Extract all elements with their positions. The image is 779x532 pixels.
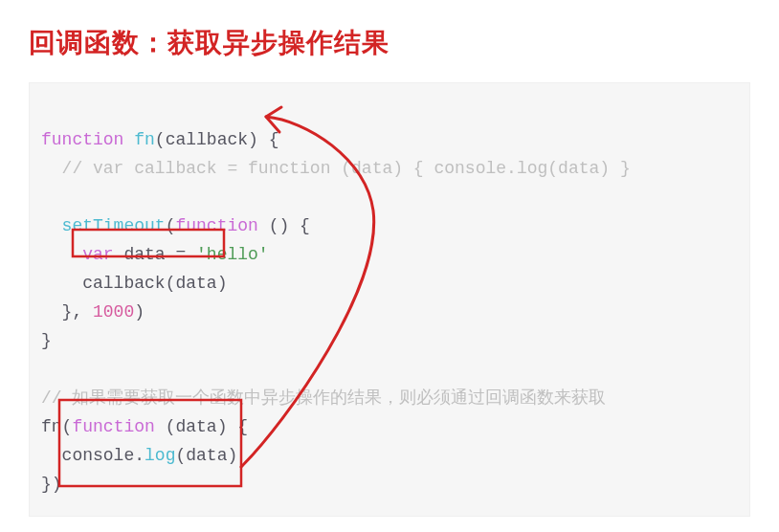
param-callback: callback [166, 130, 248, 149]
punct: ) { [248, 130, 278, 149]
punct: ( [155, 130, 166, 149]
comment: // var callback = function (data) { cons… [41, 159, 631, 178]
settimeout: setTimeout [62, 216, 166, 235]
code-line: var data = 'hello' [41, 245, 269, 264]
callback-call: callback [82, 274, 165, 293]
code-block: function fn(callback) { // var callback … [29, 82, 750, 517]
code-line: }) [41, 475, 62, 494]
code-line: fn(function (data) { [41, 417, 248, 436]
page: 回调函数：获取异步操作结果 function fn(callback) { //… [0, 0, 779, 532]
keyword-function: function [41, 130, 123, 149]
code-line: // 如果需要获取一个函数中异步操作的结果，则必须通过回调函数来获取 [41, 388, 606, 408]
code-line: } [41, 331, 52, 350]
console-log: log [145, 446, 175, 465]
string-hello: 'hello' [196, 245, 269, 264]
code-line: // var callback = function (data) { cons… [41, 159, 631, 178]
function-name: fn [134, 130, 155, 149]
comment: // 如果需要获取一个函数中异步操作的结果，则必须通过回调函数来获取 [41, 388, 606, 408]
code-line: callback(data) [41, 274, 227, 293]
code-line: function fn(callback) { [41, 130, 278, 149]
number-1000: 1000 [93, 302, 134, 321]
code-line: console.log(data) [41, 446, 237, 465]
code-line: setTimeout(function () { [41, 216, 310, 235]
code-line: }, 1000) [41, 302, 145, 321]
page-title: 回调函数：获取异步操作结果 [29, 25, 750, 61]
